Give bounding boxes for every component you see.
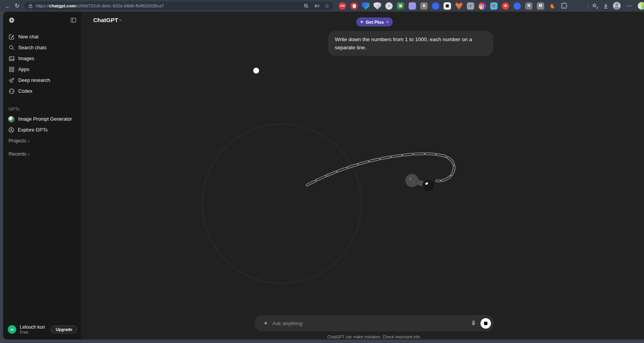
stop-generating-button[interactable]: [480, 318, 491, 329]
images-icon: [9, 55, 15, 62]
sidebar-item-codex[interactable]: Codex: [3, 86, 81, 97]
extension-pixel-green-icon[interactable]: ▦: [397, 2, 404, 10]
extension-extensions-puzzle-icon[interactable]: [560, 2, 567, 10]
extension-red-star-icon[interactable]: ★: [502, 2, 509, 10]
sidebar-item-recents[interactable]: Recents ›: [3, 149, 81, 159]
edge-avatar-icon[interactable]: [638, 2, 644, 10]
composer[interactable]: +: [254, 315, 494, 331]
sidebar-item-search-chats[interactable]: Search chats: [3, 42, 81, 53]
search-icon: [9, 45, 15, 51]
browser-profile-avatar[interactable]: [613, 2, 621, 10]
address-bar[interactable]: https://chatgpt.com/c/69d722c6-debc-832e…: [24, 2, 333, 10]
toolbar-separator: [588, 3, 588, 9]
profile-row[interactable]: AI Lelouch kun Free Upgrade: [3, 321, 81, 338]
extension-letter-n-icon[interactable]: N: [525, 2, 533, 10]
new-chat-icon: [9, 34, 15, 40]
browser-toolbar: ← ↻ https://chatgpt.com/c/69d722c6-debc-…: [0, 0, 644, 12]
dumbbell: [406, 174, 435, 192]
sidebar-item-deep-research[interactable]: Deep research: [3, 75, 81, 86]
lock-icon: [28, 3, 33, 9]
sidebar-item-projects[interactable]: Projects ›: [3, 135, 81, 146]
upgrade-button[interactable]: Upgrade: [50, 326, 77, 333]
explore-gpts-icon: [8, 127, 14, 133]
orbit-circle: [202, 124, 362, 283]
extension-adblock-plus-icon[interactable]: ABP: [339, 2, 346, 10]
refresh-icon[interactable]: ↻: [12, 1, 22, 10]
disclaimer-text: ChatGPT can make mistakes. Check importa…: [254, 334, 494, 339]
sidebar-item-apps[interactable]: Apps: [3, 64, 81, 75]
message-input[interactable]: [272, 320, 468, 326]
sidebar-item-images[interactable]: Images: [3, 53, 81, 64]
sidebar: New chat Search chats Images Apps Deep r…: [3, 12, 82, 340]
zoom-out-icon[interactable]: [303, 3, 309, 9]
chain-animation: [82, 12, 644, 340]
extension-letter-a-tan-icon[interactable]: A: [420, 2, 428, 10]
profile-plan: Free: [20, 330, 45, 334]
mic-icon[interactable]: [468, 318, 479, 329]
extension-black-frame-icon[interactable]: ▣: [444, 2, 451, 10]
extension-row: ABP●▦A▣●◻◉★NM♞: [339, 2, 567, 10]
extension-camera-gray-icon[interactable]: ●: [467, 2, 474, 10]
extension-orange-figure-icon[interactable]: ♞: [548, 2, 556, 10]
extension-instagram-icon[interactable]: ◻: [479, 2, 486, 10]
url-text: https://chatgpt.com/c/69d722c6-debc-832e…: [36, 3, 164, 8]
downloads-icon[interactable]: [602, 3, 609, 9]
profile-name: Lelouch kun: [20, 324, 45, 330]
extension-puzzle-blue-2-icon[interactable]: [513, 2, 521, 10]
extension-puzzle-blue-icon[interactable]: [432, 2, 439, 10]
extension-badge-light-icon[interactable]: ●: [385, 2, 393, 10]
extension-adblock-hand-icon[interactable]: [350, 2, 358, 10]
sidebar-item-image-prompt-generator[interactable]: Image Prompt Generator: [3, 114, 81, 125]
favorites-bar-icon[interactable]: [592, 3, 599, 9]
main-area: ChatGPT › ✦ Get Plus × ↓ Write down the …: [82, 12, 644, 340]
chatgpt-window: New chat Search chats Images Apps Deep r…: [3, 12, 644, 340]
extension-gradient-purple-icon[interactable]: [409, 2, 416, 10]
codex-icon: [9, 88, 15, 94]
telescope-icon: [9, 77, 15, 83]
attach-plus-icon[interactable]: +: [261, 318, 271, 328]
stop-square-icon: [484, 322, 487, 325]
extension-cyan-red-dot-icon[interactable]: ◉: [490, 2, 498, 10]
favorite-star-icon[interactable]: ☆: [324, 3, 329, 9]
desktop-frame: New chat Search chats Images Apps Deep r…: [0, 12, 644, 343]
back-icon[interactable]: ←: [3, 1, 12, 10]
user-avatar: AI: [8, 325, 16, 334]
gpt-avatar-icon: [8, 116, 15, 123]
white-dot: [253, 68, 259, 74]
collapse-sidebar-icon[interactable]: [70, 17, 77, 23]
extension-shield-gray-icon[interactable]: [374, 2, 381, 10]
apps-grid-icon: [9, 66, 15, 73]
gpts-section-label: GPTs: [3, 97, 81, 114]
chevron-right-icon: ›: [28, 138, 29, 144]
read-aloud-icon[interactable]: A: [314, 3, 320, 9]
extension-letter-m-icon[interactable]: M: [537, 2, 544, 10]
svg-text:A: A: [315, 3, 317, 8]
sidebar-item-new-chat[interactable]: New chat: [3, 31, 81, 42]
sidebar-item-explore-gpts[interactable]: Explore GPTs: [3, 125, 81, 135]
openai-logo-icon[interactable]: [8, 17, 15, 24]
extension-shield-blue-icon[interactable]: [362, 2, 369, 10]
browser-menu-icon[interactable]: ⋯: [625, 1, 634, 10]
extension-metamask-fox-icon[interactable]: [455, 2, 463, 10]
chevron-right-icon: ›: [28, 151, 30, 157]
